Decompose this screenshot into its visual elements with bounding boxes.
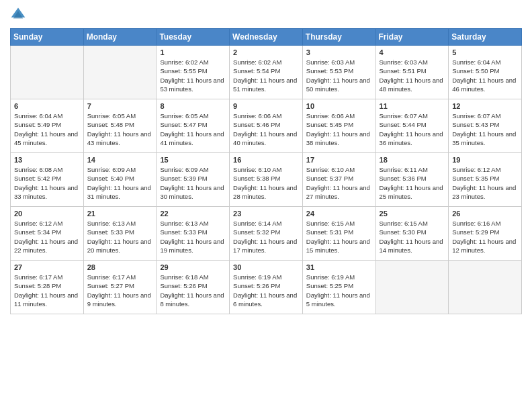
day-number: 17 xyxy=(306,156,372,164)
day-info: Sunrise: 6:07 AMSunset: 5:44 PMDaylight:… xyxy=(380,111,445,147)
day-number: 7 xyxy=(87,102,153,110)
day-number: 2 xyxy=(233,48,299,56)
calendar-cell: 1Sunrise: 6:02 AMSunset: 5:55 PMDaylight… xyxy=(157,46,230,99)
day-info: Sunrise: 6:16 AMSunset: 5:29 PMDaylight:… xyxy=(452,219,518,255)
weekday-header-saturday: Saturday xyxy=(449,29,522,46)
calendar-cell: 3Sunrise: 6:03 AMSunset: 5:53 PMDaylight… xyxy=(302,46,375,99)
logo xyxy=(10,7,29,23)
week-row-3: 13Sunrise: 6:08 AMSunset: 5:42 PMDayligh… xyxy=(11,153,522,207)
day-info: Sunrise: 6:12 AMSunset: 5:34 PMDaylight:… xyxy=(14,219,80,255)
day-info: Sunrise: 6:10 AMSunset: 5:37 PMDaylight:… xyxy=(306,165,372,201)
weekday-header-tuesday: Tuesday xyxy=(157,29,230,46)
day-info: Sunrise: 6:15 AMSunset: 5:31 PMDaylight:… xyxy=(306,219,372,255)
calendar-cell: 2Sunrise: 6:02 AMSunset: 5:54 PMDaylight… xyxy=(230,46,303,99)
day-info: Sunrise: 6:14 AMSunset: 5:32 PMDaylight:… xyxy=(233,219,299,255)
day-number: 31 xyxy=(306,263,372,271)
weekday-header-monday: Monday xyxy=(83,29,157,46)
day-info: Sunrise: 6:03 AMSunset: 5:51 PMDaylight:… xyxy=(380,58,445,93)
day-number: 26 xyxy=(452,210,518,218)
day-info: Sunrise: 6:19 AMSunset: 5:26 PMDaylight:… xyxy=(233,273,299,308)
day-info: Sunrise: 6:08 AMSunset: 5:42 PMDaylight:… xyxy=(14,165,80,201)
day-number: 25 xyxy=(380,210,445,218)
day-info: Sunrise: 6:04 AMSunset: 5:49 PMDaylight:… xyxy=(14,111,80,147)
day-info: Sunrise: 6:06 AMSunset: 5:45 PMDaylight:… xyxy=(306,111,372,147)
day-info: Sunrise: 6:13 AMSunset: 5:33 PMDaylight:… xyxy=(160,219,226,255)
day-info: Sunrise: 6:17 AMSunset: 5:28 PMDaylight:… xyxy=(14,273,80,308)
calendar-cell: 9Sunrise: 6:06 AMSunset: 5:46 PMDaylight… xyxy=(230,99,303,153)
week-row-5: 27Sunrise: 6:17 AMSunset: 5:28 PMDayligh… xyxy=(11,261,522,314)
calendar-cell: 8Sunrise: 6:05 AMSunset: 5:47 PMDaylight… xyxy=(157,99,230,153)
day-number: 22 xyxy=(160,210,226,218)
day-number: 3 xyxy=(306,48,372,56)
calendar-cell: 31Sunrise: 6:19 AMSunset: 5:25 PMDayligh… xyxy=(302,261,375,314)
day-number: 16 xyxy=(233,156,299,164)
calendar-cell: 17Sunrise: 6:10 AMSunset: 5:37 PMDayligh… xyxy=(302,153,375,207)
calendar-cell: 23Sunrise: 6:14 AMSunset: 5:32 PMDayligh… xyxy=(230,207,303,261)
day-info: Sunrise: 6:02 AMSunset: 5:55 PMDaylight:… xyxy=(160,58,226,93)
day-number: 29 xyxy=(160,263,226,271)
calendar-cell xyxy=(83,46,157,99)
calendar-cell: 28Sunrise: 6:17 AMSunset: 5:27 PMDayligh… xyxy=(83,261,157,314)
day-info: Sunrise: 6:07 AMSunset: 5:43 PMDaylight:… xyxy=(452,111,518,147)
generalblue-logo-icon xyxy=(10,7,26,23)
calendar-cell: 4Sunrise: 6:03 AMSunset: 5:51 PMDaylight… xyxy=(375,46,449,99)
calendar-cell: 30Sunrise: 6:19 AMSunset: 5:26 PMDayligh… xyxy=(230,261,303,314)
day-number: 9 xyxy=(233,102,299,110)
calendar-cell: 26Sunrise: 6:16 AMSunset: 5:29 PMDayligh… xyxy=(449,207,522,261)
calendar-cell: 21Sunrise: 6:13 AMSunset: 5:33 PMDayligh… xyxy=(83,207,157,261)
day-number: 4 xyxy=(380,48,445,56)
calendar-cell xyxy=(375,261,449,314)
day-info: Sunrise: 6:12 AMSunset: 5:35 PMDaylight:… xyxy=(452,165,518,201)
day-number: 27 xyxy=(14,263,80,271)
calendar-cell: 7Sunrise: 6:05 AMSunset: 5:48 PMDaylight… xyxy=(83,99,157,153)
day-info: Sunrise: 6:19 AMSunset: 5:25 PMDaylight:… xyxy=(306,273,372,308)
calendar-cell: 18Sunrise: 6:11 AMSunset: 5:36 PMDayligh… xyxy=(375,153,449,207)
page-header xyxy=(10,7,522,23)
week-row-1: 1Sunrise: 6:02 AMSunset: 5:55 PMDaylight… xyxy=(11,46,522,99)
day-info: Sunrise: 6:10 AMSunset: 5:38 PMDaylight:… xyxy=(233,165,299,201)
calendar-cell: 10Sunrise: 6:06 AMSunset: 5:45 PMDayligh… xyxy=(302,99,375,153)
calendar-header-row: SundayMondayTuesdayWednesdayThursdayFrid… xyxy=(11,29,522,46)
calendar-cell: 24Sunrise: 6:15 AMSunset: 5:31 PMDayligh… xyxy=(302,207,375,261)
calendar-table: SundayMondayTuesdayWednesdayThursdayFrid… xyxy=(10,28,522,314)
day-info: Sunrise: 6:13 AMSunset: 5:33 PMDaylight:… xyxy=(87,219,153,255)
day-number: 6 xyxy=(14,102,80,110)
day-number: 24 xyxy=(306,210,372,218)
calendar-cell: 27Sunrise: 6:17 AMSunset: 5:28 PMDayligh… xyxy=(11,261,84,314)
day-number: 21 xyxy=(87,210,153,218)
calendar-cell: 12Sunrise: 6:07 AMSunset: 5:43 PMDayligh… xyxy=(449,99,522,153)
day-info: Sunrise: 6:18 AMSunset: 5:26 PMDaylight:… xyxy=(160,273,226,308)
calendar-cell: 15Sunrise: 6:09 AMSunset: 5:39 PMDayligh… xyxy=(157,153,230,207)
day-number: 1 xyxy=(160,48,226,56)
day-info: Sunrise: 6:02 AMSunset: 5:54 PMDaylight:… xyxy=(233,58,299,93)
day-info: Sunrise: 6:03 AMSunset: 5:53 PMDaylight:… xyxy=(306,58,372,93)
day-info: Sunrise: 6:11 AMSunset: 5:36 PMDaylight:… xyxy=(380,165,445,201)
day-info: Sunrise: 6:05 AMSunset: 5:48 PMDaylight:… xyxy=(87,111,153,147)
day-info: Sunrise: 6:09 AMSunset: 5:40 PMDaylight:… xyxy=(87,165,153,201)
week-row-2: 6Sunrise: 6:04 AMSunset: 5:49 PMDaylight… xyxy=(11,99,522,153)
day-info: Sunrise: 6:05 AMSunset: 5:47 PMDaylight:… xyxy=(160,111,226,147)
calendar-cell: 5Sunrise: 6:04 AMSunset: 5:50 PMDaylight… xyxy=(449,46,522,99)
calendar-cell: 6Sunrise: 6:04 AMSunset: 5:49 PMDaylight… xyxy=(11,99,84,153)
calendar-cell: 16Sunrise: 6:10 AMSunset: 5:38 PMDayligh… xyxy=(230,153,303,207)
day-number: 28 xyxy=(87,263,153,271)
calendar-cell: 11Sunrise: 6:07 AMSunset: 5:44 PMDayligh… xyxy=(375,99,449,153)
calendar-cell: 29Sunrise: 6:18 AMSunset: 5:26 PMDayligh… xyxy=(157,261,230,314)
day-number: 18 xyxy=(380,156,445,164)
calendar-cell: 20Sunrise: 6:12 AMSunset: 5:34 PMDayligh… xyxy=(11,207,84,261)
calendar-cell: 22Sunrise: 6:13 AMSunset: 5:33 PMDayligh… xyxy=(157,207,230,261)
day-number: 11 xyxy=(380,102,445,110)
day-info: Sunrise: 6:15 AMSunset: 5:30 PMDaylight:… xyxy=(380,219,445,255)
calendar-cell: 14Sunrise: 6:09 AMSunset: 5:40 PMDayligh… xyxy=(83,153,157,207)
day-number: 12 xyxy=(452,102,518,110)
day-number: 19 xyxy=(452,156,518,164)
day-number: 8 xyxy=(160,102,226,110)
weekday-header-sunday: Sunday xyxy=(11,29,84,46)
day-number: 23 xyxy=(233,210,299,218)
weekday-header-thursday: Thursday xyxy=(302,29,375,46)
calendar-cell xyxy=(11,46,84,99)
weekday-header-friday: Friday xyxy=(375,29,449,46)
day-number: 13 xyxy=(14,156,80,164)
calendar-cell: 19Sunrise: 6:12 AMSunset: 5:35 PMDayligh… xyxy=(449,153,522,207)
day-number: 10 xyxy=(306,102,372,110)
